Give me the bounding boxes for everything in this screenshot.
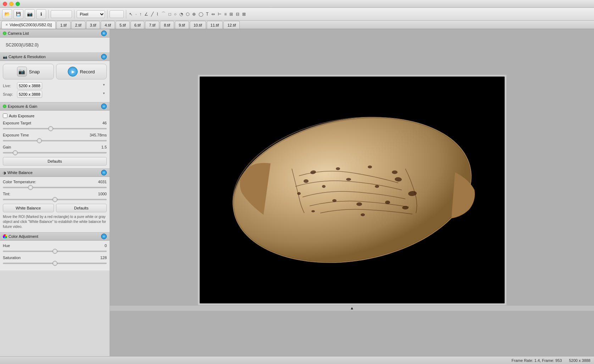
separator-icon: · (135, 11, 137, 17)
tab-10tif[interactable]: 10.tif (190, 21, 206, 29)
maximize-button[interactable] (16, 2, 20, 6)
camera-list-header[interactable]: Camera List + (0, 29, 110, 38)
white-balance-header[interactable]: ◑ White Balance − (0, 168, 110, 177)
white-balance-expand[interactable]: − (101, 170, 107, 175)
target-tool-icon[interactable]: ⊕ (191, 11, 196, 17)
tab-1tif-label: 1.tif (60, 23, 67, 27)
tab-6tif[interactable]: 6.tif (131, 21, 145, 29)
open-button[interactable]: 📂 (2, 9, 12, 19)
polygon-tool-icon[interactable]: ⬡ (185, 11, 190, 17)
exposure-gain-expand[interactable]: − (101, 103, 107, 109)
tab-5tif[interactable]: 5.tif (116, 21, 130, 29)
white-balance-header-left: ◑ White Balance (3, 170, 33, 175)
line-tool-icon[interactable]: ↑ (139, 11, 142, 17)
live-res-row: Live: 5200 x 3888 2600 x 1944 (3, 82, 107, 89)
select-tool-icon[interactable]: ↖ (128, 11, 133, 17)
color-adjustment-header[interactable]: Color Adjustment − (0, 232, 110, 241)
gain-label: Gain (3, 145, 11, 149)
tab-7tif[interactable]: 7.tif (145, 21, 159, 29)
exposure-gain-title: Exposure & Gain (8, 104, 37, 108)
svg-point-20 (392, 170, 398, 174)
exposure-target-slider-wrap (3, 126, 107, 130)
tab-6tif-label: 6.tif (134, 23, 141, 27)
white-balance-button[interactable]: White Balance (3, 204, 54, 212)
gain-slider[interactable] (3, 152, 107, 153)
camera-list-expand[interactable]: + (101, 30, 107, 36)
capture-resolution-header[interactable]: 📷 Capture & Resolution − (0, 52, 110, 61)
pixel-select[interactable]: Pixel (77, 10, 105, 18)
minimize-button[interactable] (9, 2, 13, 6)
svg-point-14 (385, 201, 390, 204)
hue-value: 0 (105, 243, 107, 248)
exposure-gain-header[interactable]: Exposure & Gain − (0, 102, 110, 111)
saturation-row: Saturation 128 (3, 256, 107, 260)
tab-9tif[interactable]: 9.tif (175, 21, 189, 29)
circle-tool-icon[interactable]: ◯ (198, 11, 204, 17)
camera-button[interactable]: 📷 (25, 9, 35, 19)
saturation-slider[interactable] (3, 263, 107, 264)
tab-3tif[interactable]: 3.tif (86, 21, 100, 29)
tab-4tif[interactable]: 4.tif (101, 21, 115, 29)
layers-tool-icon[interactable]: ≡ (223, 11, 227, 17)
tab-11tif-label: 11.tif (211, 23, 219, 27)
image-canvas: White Balance (200, 77, 505, 303)
color-temp-slider[interactable] (3, 187, 107, 188)
tab-12tif[interactable]: 12.tif (223, 21, 240, 29)
svg-point-11 (297, 192, 301, 195)
tab-2tif[interactable]: 2.tif (71, 21, 85, 29)
angle-tool-icon[interactable]: ∠ (144, 11, 149, 17)
wb-defaults-button[interactable]: Defaults (56, 204, 107, 212)
arc-tool-icon[interactable]: ◔ (179, 11, 184, 17)
polyline-tool-icon[interactable]: ⌇ (156, 11, 159, 17)
snap-res-select[interactable]: 5200 x 3888 2600 x 1944 (17, 91, 42, 98)
svg-point-10 (375, 185, 379, 188)
auto-exposure-row: Auto Exposure (3, 113, 107, 118)
tint-label: Tint: (3, 192, 10, 196)
stitch-tool-icon[interactable]: ⊠ (242, 11, 246, 17)
exposure-defaults-button[interactable]: Defaults (3, 157, 107, 166)
wb-buttons-row: White Balance Defaults (3, 204, 107, 212)
camera-list-body: SC2003(USB2.0) (0, 38, 110, 52)
color-temp-label: Color Temperature: (3, 180, 36, 184)
ellipse-tool-icon[interactable]: ○ (173, 11, 177, 17)
exposure-time-slider[interactable] (3, 140, 107, 141)
auto-exposure-checkbox[interactable] (3, 113, 7, 118)
tab-close-video[interactable]: ✕ (5, 23, 8, 27)
tab-10tif-label: 10.tif (194, 23, 202, 27)
resolution-status: 5200 x 3888 (569, 358, 590, 363)
tab-1tif[interactable]: 1.tif (56, 21, 71, 29)
text-tool-icon[interactable]: T (205, 11, 209, 17)
tint-slider[interactable] (3, 199, 107, 200)
record-button[interactable]: ▶ Record (56, 64, 107, 79)
save-button[interactable]: 💾 (13, 9, 23, 19)
freehand-tool-icon[interactable]: ╱ (150, 11, 154, 17)
tab-8tif[interactable]: 8.tif (160, 21, 174, 29)
spline-tool-icon[interactable]: ⌒ (161, 10, 166, 18)
capture-resolution-expand[interactable]: − (101, 54, 107, 60)
rectangle-tool-icon[interactable]: □ (168, 11, 172, 17)
hue-slider[interactable] (3, 251, 107, 252)
coord-input[interactable]: NA (110, 10, 124, 18)
hue-row: Hue 0 (3, 243, 107, 248)
snap-record-row: 📷 Snap ▶ Record (3, 64, 107, 79)
exposure-time-value: 345.78ms (90, 133, 107, 137)
info-button[interactable]: ℹ (36, 9, 46, 19)
tint-value: 1000 (98, 192, 107, 196)
calibrate-tool-icon[interactable]: ⊢ (217, 11, 222, 17)
exposure-target-slider[interactable] (3, 128, 107, 129)
overlay-tool-icon[interactable]: ⊞ (229, 11, 234, 17)
snap-button[interactable]: 📷 Snap (3, 64, 54, 79)
tab-12tif-label: 12.tif (227, 23, 236, 27)
live-res-select[interactable]: 5200 x 3888 2600 x 1944 (17, 82, 42, 89)
zoom-input[interactable]: 20% (51, 10, 72, 18)
tab-8tif-label: 8.tif (164, 23, 170, 27)
collapse-arrow[interactable]: ▲ (110, 305, 594, 311)
close-button[interactable] (3, 2, 7, 6)
tab-11tif[interactable]: 11.tif (207, 21, 223, 29)
scale-tool-icon[interactable]: ⇔ (211, 11, 216, 17)
color-adjustment-expand[interactable]: − (101, 234, 107, 239)
tab-5tif-label: 5.tif (120, 23, 126, 27)
image-area: White Balance (110, 29, 594, 356)
compare-tool-icon[interactable]: ⊟ (235, 11, 240, 17)
tab-video[interactable]: ✕ Video[SC2003(USB2.0)] (1, 21, 56, 29)
